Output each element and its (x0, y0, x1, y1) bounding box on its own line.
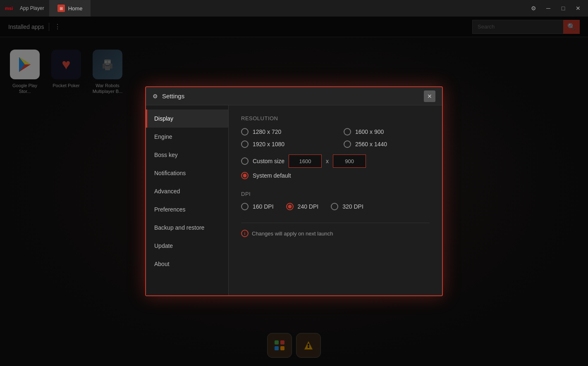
custom-height-input[interactable] (333, 154, 366, 168)
dpi-label-160: 160 DPI (253, 203, 274, 210)
maximize-button[interactable]: □ (557, 2, 570, 15)
nav-item-display[interactable]: Display (146, 109, 228, 128)
radio-custom[interactable] (241, 157, 249, 165)
resolution-label-2560: 2560 x 1440 (355, 141, 387, 147)
radio-system-default[interactable] (241, 172, 249, 179)
info-row: i Changes will apply on next launch (241, 223, 430, 237)
svg-text:msi: msi (5, 6, 13, 11)
custom-size-label: Custom size (253, 158, 284, 164)
dpi-option-160[interactable]: 160 DPI (241, 203, 274, 210)
resolution-grid: 1280 x 720 1600 x 900 1920 x 1080 2560 x… (241, 128, 430, 148)
resolution-option-1280[interactable]: 1280 x 720 (241, 128, 327, 135)
dpi-label-240: 240 DPI (298, 203, 319, 210)
msi-logo-area: msi App Player (0, 0, 49, 17)
main-area: Installed apps ⋮ 🔍 Google Play Stor... (0, 17, 588, 366)
resolution-option-2560[interactable]: 2560 x 1440 (344, 140, 430, 148)
modal-header: ⚙ Settings ✕ (146, 87, 442, 105)
settings-nav: Display Engine Boss key Notifications Ad… (146, 105, 229, 295)
dpi-option-240[interactable]: 240 DPI (286, 203, 319, 210)
info-icon: i (241, 230, 249, 237)
system-default-label: System default (253, 172, 291, 179)
radio-1600[interactable] (344, 128, 351, 135)
modal-title: Settings (162, 93, 184, 100)
dpi-row: 160 DPI 240 DPI 320 DPI (241, 203, 430, 210)
resolution-label-1600: 1600 x 900 (355, 128, 384, 135)
radio-1920[interactable] (241, 140, 249, 148)
app-player-label: App Player (20, 5, 44, 11)
window-controls: ⚙ ─ □ ✕ (527, 2, 588, 15)
settings-icon: ⚙ (153, 93, 158, 100)
resolution-option-1920[interactable]: 1920 x 1080 (241, 140, 327, 148)
modal-body: Display Engine Boss key Notifications Ad… (146, 105, 442, 295)
x-divider: x (326, 158, 329, 164)
title-bar: msi App Player ⊞ Home ⚙ ─ □ ✕ (0, 0, 588, 17)
nav-item-preferences[interactable]: Preferences (146, 200, 228, 219)
nav-item-update[interactable]: Update (146, 237, 228, 255)
nav-item-notifications[interactable]: Notifications (146, 164, 228, 182)
nav-item-backup-restore[interactable]: Backup and restore (146, 219, 228, 237)
minimize-button[interactable]: ─ (542, 2, 555, 15)
resolution-label-1920: 1920 x 1080 (253, 141, 284, 147)
radio-320dpi[interactable] (331, 203, 338, 210)
display-settings-content: Resolution 1280 x 720 1600 x 900 1920 x … (229, 105, 442, 295)
resolution-option-1600[interactable]: 1600 x 900 (344, 128, 430, 135)
radio-160dpi[interactable] (241, 203, 249, 210)
close-button[interactable]: ✕ (571, 2, 585, 15)
settings-button[interactable]: ⚙ (527, 2, 540, 15)
msi-brand-icon: msi (5, 5, 17, 12)
modal-close-button[interactable]: ✕ (424, 90, 435, 102)
nav-item-about[interactable]: About (146, 255, 228, 273)
resolution-label-1280: 1280 x 720 (253, 128, 281, 135)
dpi-section: DPI 160 DPI 240 DPI 320 DPI (241, 191, 430, 210)
info-text: Changes will apply on next launch (252, 231, 333, 237)
custom-width-input[interactable] (289, 154, 322, 168)
tab-icon: ⊞ (57, 5, 65, 12)
dpi-section-title: DPI (241, 191, 430, 197)
tab-label: Home (68, 5, 83, 12)
resolution-section-title: Resolution (241, 115, 430, 121)
nav-item-advanced[interactable]: Advanced (146, 182, 228, 200)
dpi-label-320: 320 DPI (342, 203, 363, 210)
home-tab[interactable]: ⊞ Home (49, 0, 91, 17)
settings-modal: ⚙ Settings ✕ Display Engine Boss key Not… (145, 86, 443, 296)
radio-1280[interactable] (241, 128, 249, 135)
nav-item-boss-key[interactable]: Boss key (146, 146, 228, 164)
radio-240dpi[interactable] (286, 203, 294, 210)
custom-size-row: Custom size x (241, 154, 430, 168)
system-default-row[interactable]: System default (241, 172, 430, 179)
radio-2560[interactable] (344, 140, 351, 148)
dpi-option-320[interactable]: 320 DPI (331, 203, 363, 210)
nav-item-engine[interactable]: Engine (146, 128, 228, 146)
